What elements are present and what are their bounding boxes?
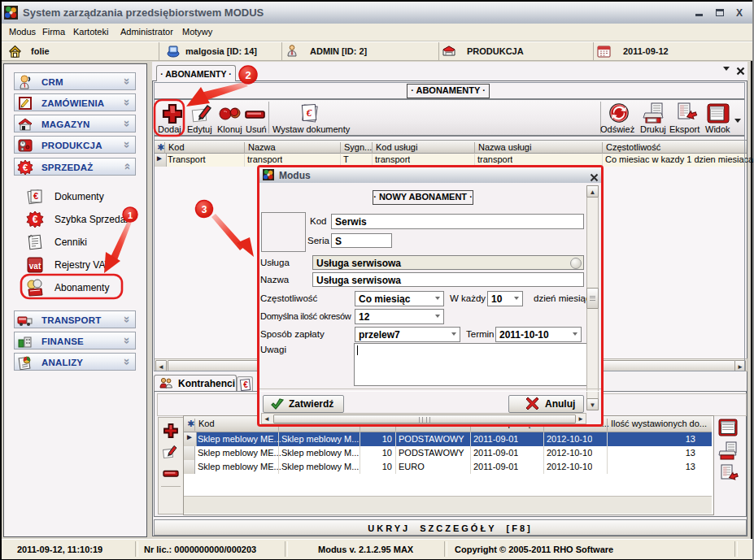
svg-text:€: €: [306, 106, 312, 119]
svg-text:€: €: [23, 163, 28, 172]
svg-text:€: €: [243, 380, 248, 389]
svg-text:vat: vat: [29, 262, 41, 271]
svg-text:€: €: [33, 191, 38, 201]
svg-text:€: €: [33, 214, 38, 225]
